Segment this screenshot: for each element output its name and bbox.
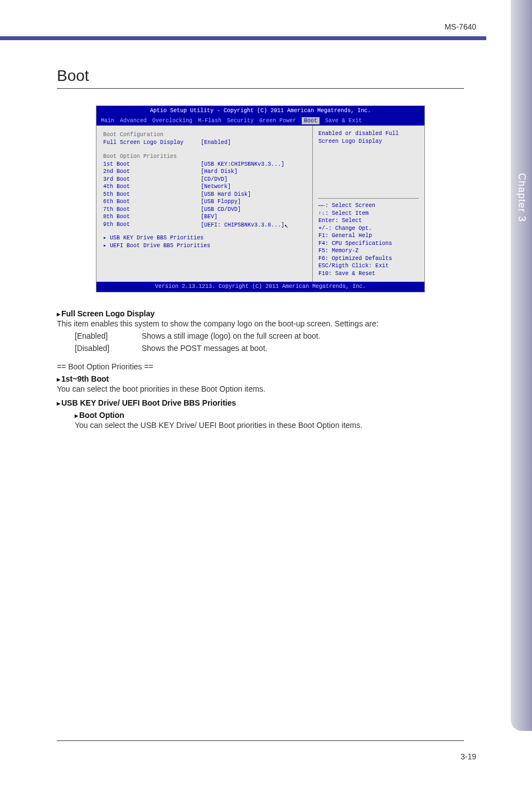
boot-label: 7th Boot [103,206,201,214]
boot-row[interactable]: 5th Boot[USB Hard Disk] [103,191,306,199]
bios-help-text: Enabled or disabled Full Screen Logo Dis… [318,130,419,145]
boot-value: [CD/DVD] [201,176,306,184]
bios-tab-advanced[interactable]: Advanced [120,117,147,125]
def-val-disabled: Shows the POST messages at boot. [142,342,267,354]
boot-label: 3rd Boot [103,176,201,184]
nav-help-line: +/-: Change Opt. [318,225,419,233]
setting-value: [Enabled] [201,139,306,147]
bios-side-panel: Enabled or disabled Full Screen Logo Dis… [313,126,424,282]
boot-value: [Hard Disk] [201,168,306,176]
boot-label: 6th Boot [103,198,201,206]
nav-help-line: F5: Memory-Z [318,247,419,255]
def-key-enabled: [Enabled] [75,330,119,342]
boot-row[interactable]: 6th Boot[USB Floppy] [103,198,306,206]
nav-help-line: F4: CPU Specifications [318,240,419,248]
boot-value: [USB KEY:CHIPSBNKv3.3...] [201,161,306,169]
footer-divider [57,740,464,741]
boot-config-header: Boot Configuration [103,131,306,139]
boot-row[interactable]: 4th Boot[Network] [103,183,306,191]
heading-bbs-priorities: USB KEY Drive/ UEFI Boot Drive BBS Prior… [57,398,464,407]
boot-priorities-header: Boot Option Priorities [103,153,306,161]
nav-help-line: F10: Save & Reset [318,270,419,278]
boot-row[interactable]: 8th Boot[BEV] [103,213,306,221]
setting-label: Full Screen Logo Display [103,139,201,147]
bios-submenu-usb-key-bbs[interactable]: USB KEY Drive BBS Priorities [103,234,306,242]
bios-tab-greenpower[interactable]: Green Power [259,117,296,125]
nav-help-line: ↔←: Select Screen [318,202,419,210]
desc-1st-9th-boot: You can select the boot priorities in th… [57,383,464,395]
bios-screenshot: Aptio Setup Utility - Copyright (C) 2011… [96,105,425,292]
boot-value: [USB CD/DVD] [201,206,306,214]
bios-tabs: Main Advanced Overclocking M-Flash Secur… [96,116,424,126]
boot-value: [USB Hard Disk] [201,191,306,199]
bios-tab-main[interactable]: Main [101,117,114,125]
page-content: Boot Aptio Setup Utility - Copyright (C)… [57,67,464,431]
bios-main-panel: Boot Configuration Full Screen Logo Disp… [96,126,313,282]
nav-help-line: Enter: Select [318,217,419,225]
settings-definitions: [Enabled] Shows a still image (logo) on … [75,330,464,355]
boot-row[interactable]: 1st Boot[USB KEY:CHIPSBNKv3.3...] [103,161,306,169]
boot-row[interactable]: 9th Boot[UEFI: CHIPSBNKv3.3.8...]↖ [103,221,306,229]
page-number: 3-19 [461,752,476,761]
desc-boot-option: You can select the USB KEY Drive/ UEFI B… [75,420,464,431]
boot-row[interactable]: 7th Boot[USB CD/DVD] [103,206,306,214]
heading-boot-option: Boot Option [75,411,464,420]
boot-value: [UEFI: CHIPSBNKv3.3.8...]↖ [201,221,306,229]
nav-help-line: ESC/Rigth Click: Exit [318,262,419,270]
chapter-side-tab: Chapter 3 [511,0,532,731]
setting-full-screen-logo[interactable]: Full Screen Logo Display [Enabled] [103,139,306,147]
bios-body: Boot Configuration Full Screen Logo Disp… [96,126,424,282]
boot-value: [Network] [201,183,306,191]
desc-full-screen-logo: This item enables this system to show th… [57,318,464,330]
section-boot-priorities: == Boot Option Priorities == [57,362,464,371]
boot-label: 1st Boot [103,161,201,169]
boot-label: 5th Boot [103,191,201,199]
heading-full-screen-logo: Full Screen Logo Display [57,309,464,318]
bios-tab-overclocking[interactable]: Overclocking [152,117,192,125]
chapter-label: Chapter 3 [516,173,528,222]
boot-value: [BEV] [201,213,306,221]
bios-footer: Version 2.13.1213. Copyright (C) 2011 Am… [96,282,424,292]
bios-tab-security[interactable]: Security [227,117,254,125]
bios-nav-help: ↔←: Select Screen ↑↓: Select Item Enter:… [318,198,419,277]
nav-help-line: F6: Optimized Defaults [318,255,419,263]
boot-row[interactable]: 2nd Boot[Hard Disk] [103,168,306,176]
bios-tab-boot[interactable]: Boot [302,117,320,125]
bios-tab-saveexit[interactable]: Save & Exit [325,117,362,125]
boot-value: [USB Floppy] [201,198,306,206]
def-val-enabled: Shows a still image (logo) on the full s… [142,330,321,342]
boot-label: 2nd Boot [103,168,201,176]
model-label: MS-7640 [444,22,476,31]
nav-help-line: F1: General Help [318,232,419,240]
def-row: [Enabled] Shows a still image (logo) on … [75,330,464,342]
def-row: [Disabled] Shows the POST messages at bo… [75,342,464,354]
bios-submenu-uefi-bbs[interactable]: UEFI Boot Drive BBS Priorities [103,242,306,250]
boot-label: 8th Boot [103,213,201,221]
boot-row[interactable]: 3rd Boot[CD/DVD] [103,176,306,184]
bios-tab-mflash[interactable]: M-Flash [198,117,221,125]
def-key-disabled: [Disabled] [75,342,119,354]
cursor-icon: ↖ [284,222,288,230]
boot-label: 9th Boot [103,221,201,229]
nav-help-line: ↑↓: Select Item [318,210,419,218]
heading-1st-9th-boot: 1st~9th Boot [57,374,464,383]
header-divider [0,36,486,40]
page-title: Boot [57,67,464,89]
bios-title-bar: Aptio Setup Utility - Copyright (C) 2011… [96,106,424,116]
boot-label: 4th Boot [103,183,201,191]
